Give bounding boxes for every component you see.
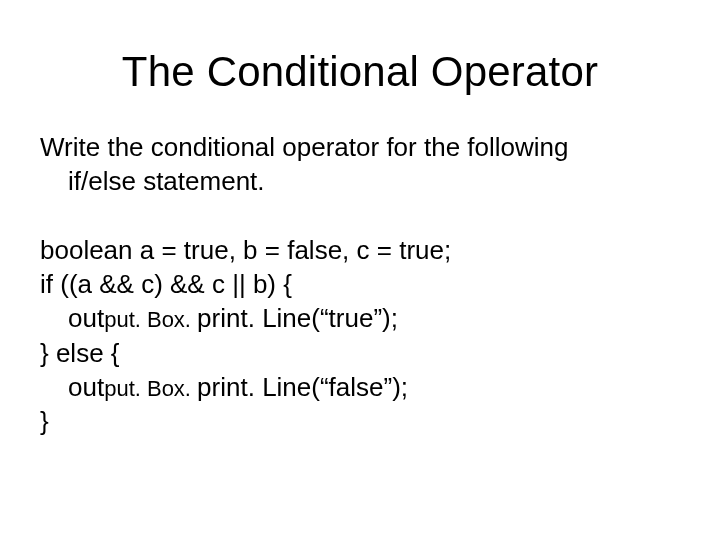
instruction-paragraph: Write the conditional operator for the f… xyxy=(40,130,680,199)
code-line-2: if ((a && c) && c || b) { xyxy=(40,267,680,301)
code-l5-c: print. Line(“false”); xyxy=(197,372,408,402)
code-l3-c: print. Line(“true”); xyxy=(197,303,398,333)
code-line-5: output. Box. print. Line(“false”); xyxy=(40,370,680,404)
code-l3-b: put. Box. xyxy=(104,307,197,332)
slide-title: The Conditional Operator xyxy=(40,48,680,96)
code-l3-a: out xyxy=(68,303,104,333)
code-line-3: output. Box. print. Line(“true”); xyxy=(40,301,680,335)
slide-body: Write the conditional operator for the f… xyxy=(40,130,680,439)
code-l5-b: put. Box. xyxy=(104,376,197,401)
instruction-line-1: Write the conditional operator for the f… xyxy=(40,130,680,164)
code-line-4: } else { xyxy=(40,336,680,370)
code-block: boolean a = true, b = false, c = true; i… xyxy=(40,233,680,439)
code-l5-a: out xyxy=(68,372,104,402)
code-line-6: } xyxy=(40,404,680,438)
code-line-1: boolean a = true, b = false, c = true; xyxy=(40,233,680,267)
slide: The Conditional Operator Write the condi… xyxy=(0,0,720,540)
instruction-line-2: if/else statement. xyxy=(40,164,680,198)
